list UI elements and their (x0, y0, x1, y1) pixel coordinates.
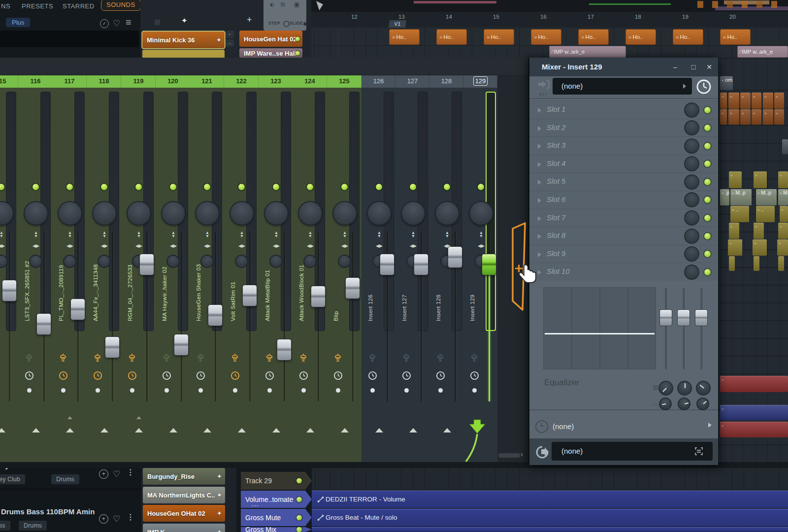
time-arrow-icon[interactable] (708, 423, 712, 428)
mini-clip[interactable]: » (720, 405, 788, 420)
eq-knob[interactable] (696, 398, 709, 410)
pan-knob[interactable] (435, 201, 460, 226)
channel-number[interactable]: 121 (190, 75, 224, 88)
more-icon[interactable]: ⋮ (127, 512, 134, 522)
mini-clip[interactable]: » om (720, 76, 733, 90)
eq-knob[interactable] (677, 381, 692, 396)
fader-track[interactable] (249, 232, 251, 401)
fx-slot-row[interactable]: Slot 3 (529, 136, 718, 155)
channel-number[interactable]: 128 (429, 75, 463, 88)
pan-knob[interactable] (92, 201, 117, 226)
volume-fader[interactable] (448, 246, 462, 268)
pan-knob[interactable] (298, 201, 323, 226)
card-tag[interactable]: Drums (19, 521, 47, 531)
updown-arrows-icon[interactable]: ▲▼ (0, 231, 7, 238)
route-up-arrow-icon[interactable] (203, 428, 211, 432)
fader-track[interactable] (318, 232, 319, 401)
channel-number[interactable]: 116 (18, 75, 53, 88)
fx-slot-row[interactable]: Slot 7 (529, 209, 718, 227)
fx-slot-row[interactable]: Slot 1 (529, 100, 718, 119)
record-dot[interactable] (472, 388, 477, 393)
mixer-channel-119[interactable]: 119RGM_04_.._2726533▲▼◀▶ (121, 58, 156, 462)
eq-band-fader[interactable] (695, 309, 708, 326)
time-clock-icon[interactable] (696, 79, 712, 95)
slot-mix-knob[interactable] (684, 229, 699, 244)
fx-slot-row[interactable]: Slot 8 (529, 227, 718, 245)
clock-icon[interactable] (402, 371, 411, 382)
fx-plug-icon[interactable] (197, 353, 204, 366)
slot-expand-icon[interactable] (538, 216, 541, 221)
route-up-arrow-icon[interactable] (443, 428, 451, 432)
clock-icon[interactable] (436, 371, 445, 382)
leftright-arrows-icon[interactable]: ◀▶ (236, 243, 247, 249)
mixer-channel-123[interactable]: 123Attack MetalBlip 01▲▼◀▶ (259, 58, 294, 462)
rack-item[interactable]: MA NorthernLights C..✦ (143, 487, 225, 503)
channel-enable-led[interactable] (204, 184, 210, 190)
record-dot[interactable] (198, 388, 203, 393)
route-up-arrow-icon[interactable] (306, 428, 314, 432)
volume-fader[interactable] (482, 254, 496, 275)
mixer-channel-121[interactable]: 121HouseGen Shaker 03▲▼◀▶ (190, 58, 225, 462)
grid-icon[interactable]: ▦ (154, 18, 161, 26)
updown-arrows-icon[interactable]: ▲▼ (271, 231, 282, 238)
updown-arrows-icon[interactable]: ▲▼ (168, 231, 179, 238)
eq-fader-track[interactable] (700, 288, 703, 369)
fx-plug-icon[interactable] (163, 353, 170, 366)
minimize-button[interactable]: – (669, 58, 682, 76)
mini-clip[interactable] (778, 256, 784, 271)
mini-clip[interactable]: » .. (756, 206, 775, 222)
channel-number[interactable]: 127 (395, 75, 429, 88)
mixer-channel-115[interactable]: 115▲▼◀▶ (0, 58, 19, 462)
updown-arrows-icon[interactable]: ▲▼ (65, 231, 75, 238)
slot-expand-icon[interactable] (538, 234, 541, 239)
tab-sounds[interactable]: SOUNDS (101, 0, 141, 11)
slot-enable-led[interactable] (704, 179, 711, 185)
pan-knob[interactable] (58, 201, 82, 226)
channel-enable-led[interactable] (33, 184, 39, 190)
volume-fader[interactable] (139, 254, 154, 275)
channel-number[interactable]: 122 (224, 75, 259, 88)
record-dot[interactable] (404, 388, 409, 393)
channel-number[interactable]: 118 (87, 75, 121, 88)
record-dot[interactable] (267, 388, 272, 393)
volume-fader[interactable] (345, 277, 360, 299)
updown-arrows-icon[interactable]: ▲▼ (202, 231, 213, 238)
mixer-channel-127[interactable]: 127Insert 127▲▼◀▶ (395, 58, 430, 462)
record-dot[interactable] (96, 388, 100, 393)
fx-plug-icon[interactable] (368, 353, 376, 366)
channel-number[interactable]: 119 (121, 75, 156, 88)
stereo-sep-knob[interactable] (200, 255, 214, 268)
slot-enable-led[interactable] (704, 251, 711, 257)
mini-clip[interactable]: » (740, 93, 751, 109)
rack-item-partial[interactable] (142, 50, 225, 58)
channel-enable-led[interactable] (273, 184, 279, 190)
mixer-h-scrollbar[interactable] (498, 453, 520, 458)
slot-mix-knob[interactable] (684, 120, 699, 135)
volume-fader[interactable] (311, 286, 326, 307)
fx-plug-icon[interactable] (25, 353, 33, 366)
stereo-sep-knob[interactable] (166, 255, 180, 268)
mini-clip[interactable] (729, 256, 735, 271)
fader-track[interactable] (352, 232, 354, 401)
rack-item[interactable]: HouseGen Hat 02 (239, 31, 302, 47)
updown-arrows-icon[interactable]: ▲▼ (476, 231, 487, 238)
mixer-channel-120[interactable]: 120MA Haywir..haker 02▲▼◀▶ (156, 58, 191, 462)
route-up-arrow-icon[interactable] (272, 428, 280, 432)
channel-number[interactable]: 115 (0, 75, 18, 88)
mixer-channel-126[interactable]: 126Insert 126▲▼◀▶ (361, 58, 396, 462)
channel-number[interactable]: 117 (52, 75, 87, 88)
leftright-arrows-icon[interactable]: ◀▶ (408, 243, 419, 249)
clock-icon[interactable] (333, 371, 343, 382)
stereo-sep-knob[interactable] (29, 255, 42, 268)
leftright-arrows-icon[interactable]: ◀▶ (99, 243, 110, 249)
plugin-input-dropdown[interactable]: (none) (553, 78, 692, 95)
eq-fader-track[interactable] (683, 288, 685, 369)
playlist-grid-right[interactable]: » om»»»»»»»»»»»»»»»» .p» M..p» M..p» M» … (718, 58, 788, 462)
mini-clip[interactable]: » (780, 206, 788, 222)
mixer-channel-118[interactable]: 118AA44_Fx_.._3411348▲▼◀▶ (87, 58, 122, 462)
clock-icon[interactable] (196, 371, 205, 382)
mini-clip[interactable]: » (774, 109, 784, 125)
pan-knob[interactable] (195, 201, 220, 226)
pattern-clip[interactable]: »Ho.. (673, 29, 703, 45)
rack-item[interactable]: IMP K..✦ (143, 524, 225, 532)
